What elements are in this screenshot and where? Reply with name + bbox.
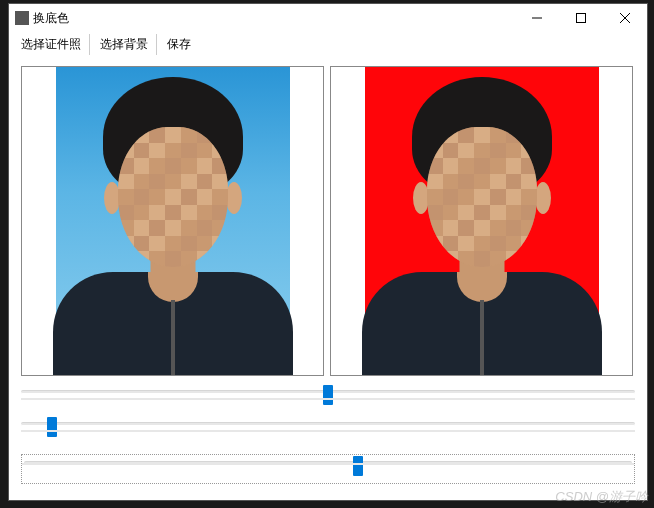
svg-rect-1: [577, 14, 586, 23]
person-figure: [365, 67, 599, 376]
face-pixelation: [427, 127, 537, 267]
window-controls: [515, 4, 647, 32]
menu-save[interactable]: 保存: [159, 34, 199, 55]
app-icon: [15, 11, 29, 25]
photo-row: [21, 66, 635, 376]
face-pixelation: [118, 127, 228, 267]
maximize-button[interactable]: [559, 4, 603, 32]
window-title: 换底色: [33, 10, 515, 27]
slider-2-thumb[interactable]: [47, 417, 57, 437]
slider-1-thumb[interactable]: [323, 385, 333, 405]
close-icon: [620, 13, 630, 23]
slider-3[interactable]: [21, 454, 635, 484]
menu-select-background[interactable]: 选择背景: [92, 34, 157, 55]
source-photo: [56, 67, 290, 376]
menubar: 选择证件照 选择背景 保存: [9, 32, 647, 56]
slider-3-thumb[interactable]: [353, 456, 363, 476]
slider-2[interactable]: [21, 422, 635, 438]
minimize-icon: [532, 13, 542, 23]
minimize-button[interactable]: [515, 4, 559, 32]
close-button[interactable]: [603, 4, 647, 32]
sliders-area: [21, 390, 635, 484]
result-photo-frame: [330, 66, 633, 376]
result-photo: [365, 67, 599, 376]
person-figure: [56, 67, 290, 376]
maximize-icon: [576, 13, 586, 23]
source-photo-frame: [21, 66, 324, 376]
content-area: [9, 56, 647, 492]
titlebar: 换底色: [9, 4, 647, 32]
slider-1[interactable]: [21, 390, 635, 406]
menu-select-photo[interactable]: 选择证件照: [13, 34, 90, 55]
app-window: 换底色 选择证件照 选择背景 保存: [8, 3, 648, 501]
